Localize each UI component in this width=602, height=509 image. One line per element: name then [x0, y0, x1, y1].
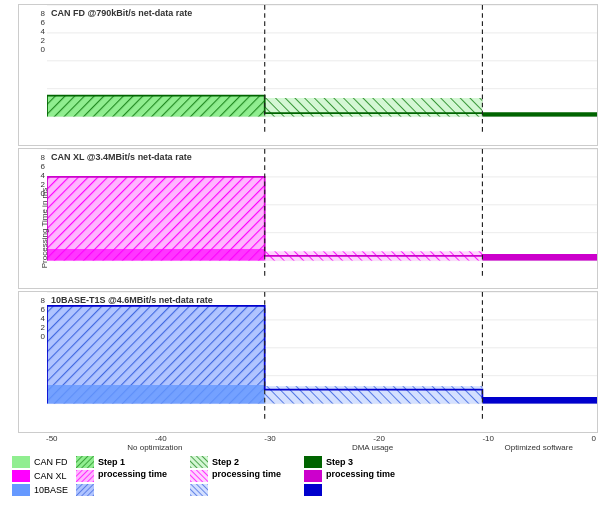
legend-step1-text: Step 1 processing time [98, 456, 167, 481]
section-opt-sw: Optimized software [481, 443, 596, 452]
legend-swatch-step3-10base [304, 484, 322, 496]
legend-step2: Step 2 processing time [190, 456, 300, 508]
section-labels: No optimization DMA usage Optimized soft… [18, 443, 598, 452]
y-axis-canfd: 8 6 4 2 0 [19, 5, 47, 145]
y-axis-10base: 8 6 4 2 0 [19, 292, 47, 432]
svg-rect-52 [76, 470, 94, 482]
legend-label-canxl: CAN XL [12, 470, 72, 482]
legend-area: CAN FD CAN XL 10BASE [4, 452, 598, 508]
legend-step2-text: Step 2 processing time [212, 456, 281, 481]
chart-svg-canxl [47, 149, 597, 289]
chart-svg-canfd [47, 5, 597, 145]
svg-rect-28 [47, 248, 265, 260]
svg-rect-39 [47, 385, 265, 404]
svg-rect-58 [190, 456, 208, 468]
chart-svg-10base [47, 292, 597, 432]
legend-swatch-step1-canfd [76, 456, 94, 468]
svg-rect-66 [304, 470, 322, 482]
svg-rect-61 [190, 470, 208, 482]
legend-swatch-step2-10base [190, 484, 208, 496]
svg-rect-49 [76, 456, 94, 468]
chart-title-canfd: CAN FD @790kBit/s net-data rate [51, 8, 192, 18]
legend-col-labels: CAN FD CAN XL 10BASE [12, 456, 72, 508]
svg-rect-44 [12, 456, 30, 468]
svg-rect-46 [12, 484, 30, 496]
legend-label-canfd: CAN FD [12, 456, 72, 468]
chart-inner-10base: 10BASE-T1S @4.6MBit/s net-data rate [47, 292, 597, 432]
legend-step1-swatches [76, 456, 94, 496]
legend-swatch-step3-canfd [304, 456, 322, 468]
svg-rect-27 [47, 176, 265, 260]
legend-step3-text: Step 3 processing time [326, 456, 395, 481]
chart-inner-canfd: CAN FD @790kBit/s net-data rate [47, 5, 597, 145]
section-no-opt: No optimization [46, 443, 264, 452]
legend-swatch-canxl-solid [12, 470, 30, 482]
legend-step3: Step 3 processing time [304, 456, 414, 508]
y-axis-label: Processing Time in ms [40, 188, 49, 268]
svg-rect-45 [12, 470, 30, 482]
chart-can-fd: 8 6 4 2 0 CAN FD @790kBit/s net-data rat… [18, 4, 598, 146]
legend-swatch-step2-canfd [190, 456, 208, 468]
svg-rect-65 [304, 456, 322, 468]
chart-title-canxl: CAN XL @3.4MBit/s net-data rate [51, 152, 192, 162]
chart-10base: 8 6 4 2 0 10BASE-T1S @4.6MBit/s net-data… [18, 291, 598, 433]
chart-inner-canxl: CAN XL @3.4MBit/s net-data rate [47, 149, 597, 289]
main-container: Processing Time in ms 8 6 4 2 0 [0, 0, 602, 509]
svg-rect-67 [304, 484, 322, 496]
legend-step3-swatches [304, 456, 322, 496]
legend-swatch-step3-canxl [304, 470, 322, 482]
svg-rect-64 [190, 484, 208, 496]
legend-swatch-10base-solid [12, 484, 30, 496]
chart-title-10base: 10BASE-T1S @4.6MBit/s net-data rate [51, 295, 213, 305]
svg-rect-55 [76, 484, 94, 496]
section-dma: DMA usage [264, 443, 482, 452]
legend-swatch-step1-10base [76, 484, 94, 496]
legend-swatch-step1-canxl [76, 470, 94, 482]
chart-can-xl: 8 6 4 2 0 CAN XL @3.4MBit/s net-data rat… [18, 148, 598, 290]
legend-swatch-step2-canxl [190, 470, 208, 482]
svg-rect-41 [482, 398, 597, 404]
x-axis-labels: -50 -40 -30 -20 -10 0 [18, 433, 598, 443]
legend-step2-swatches [190, 456, 208, 496]
svg-rect-17 [47, 96, 265, 117]
legend-step1: Step 1 processing time [76, 456, 186, 508]
legend-label-10base: 10BASE [12, 484, 72, 496]
legend-swatch-canfd-solid [12, 456, 30, 468]
charts-area: 8 6 4 2 0 CAN FD @790kBit/s net-data rat… [18, 4, 598, 433]
